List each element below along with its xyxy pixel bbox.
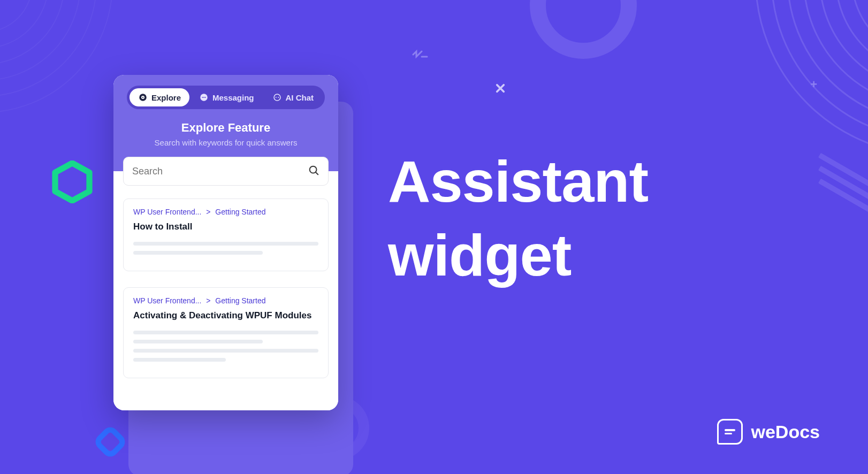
tab-messaging[interactable]: Messaging (191, 88, 263, 106)
svg-point-22 (205, 97, 206, 98)
explore-icon (138, 93, 148, 102)
breadcrumb: WP User Frontend... > Getting Started (133, 208, 318, 216)
svg-point-7 (756, 0, 868, 155)
search-input[interactable] (132, 166, 308, 177)
squiggle-icon (412, 48, 428, 62)
tab-explore-label: Explore (151, 93, 181, 102)
breadcrumb: WP User Frontend... > Getting Started (133, 296, 318, 305)
widget-title: Explore Feature (123, 121, 329, 135)
ai-chat-icon (272, 93, 282, 102)
widget-tabs: Explore Messaging AI Chat (127, 86, 325, 109)
svg-point-9 (0, 0, 48, 48)
svg-point-5 (788, 0, 868, 123)
chevron-right-icon: > (206, 208, 210, 216)
svg-point-11 (0, 0, 80, 80)
hero-title-line-1: Assistant (388, 144, 648, 218)
search-container (113, 157, 338, 186)
tab-explore[interactable]: Explore (130, 88, 189, 106)
svg-point-10 (0, 0, 64, 64)
hero-title: Assistant widget (388, 144, 648, 292)
bg-stripes-right (814, 171, 868, 210)
assistant-widget: Explore Messaging AI Chat Explore Featur… (113, 75, 338, 410)
results-list: WP User Frontend... > Getting Started Ho… (113, 186, 338, 410)
breadcrumb-part-a: WP User Frontend... (133, 296, 201, 305)
svg-point-18 (142, 97, 143, 98)
svg-point-1 (852, 0, 868, 59)
breadcrumb-part-b: Getting Started (215, 208, 265, 216)
chevron-right-icon: > (206, 296, 210, 305)
bg-arc-top-right (718, 0, 868, 193)
svg-point-21 (203, 97, 204, 98)
svg-point-12 (0, 0, 96, 96)
diamond-icon (91, 423, 130, 463)
search-icon (308, 164, 319, 178)
svg-line-27 (316, 172, 318, 175)
widget-header: Explore Messaging AI Chat Explore Featur… (113, 75, 338, 157)
messaging-icon (199, 93, 209, 102)
brand: weDocs (717, 419, 820, 445)
svg-rect-15 (96, 428, 125, 456)
tab-ai-chat-label: AI Chat (286, 93, 314, 102)
brand-name: weDocs (751, 422, 820, 442)
search-box[interactable] (123, 157, 329, 186)
svg-point-23 (274, 94, 280, 101)
svg-point-2 (836, 0, 868, 75)
result-preview-placeholder (133, 242, 318, 255)
svg-point-8 (0, 0, 32, 32)
result-card[interactable]: WP User Frontend... > Getting Started Ho… (123, 198, 329, 271)
breadcrumb-part-a: WP User Frontend... (133, 208, 201, 216)
svg-point-6 (772, 0, 868, 139)
bg-ring-large (530, 0, 637, 59)
widget-subtitle: Search with keywords for quick answers (123, 138, 329, 147)
tab-messaging-label: Messaging (212, 93, 254, 102)
result-preview-placeholder (133, 331, 318, 362)
svg-point-3 (820, 0, 868, 91)
hero-title-line-2: widget (388, 218, 648, 292)
svg-point-13 (0, 0, 112, 112)
svg-point-25 (278, 97, 279, 98)
result-card[interactable]: WP User Frontend... > Getting Started Ac… (123, 287, 329, 378)
svg-point-24 (275, 97, 276, 98)
hexagon-icon (51, 160, 94, 205)
svg-marker-14 (55, 163, 89, 201)
result-title: How to Install (133, 221, 318, 232)
svg-point-20 (202, 97, 203, 98)
result-title: Activating & Deactivating WPUF Modules (133, 310, 318, 321)
x-icon (492, 80, 508, 98)
brand-logo-icon (717, 419, 743, 445)
svg-point-4 (804, 0, 868, 107)
tab-ai-chat[interactable]: AI Chat (264, 88, 323, 106)
breadcrumb-part-b: Getting Started (215, 296, 265, 305)
plus-icon: + (810, 78, 817, 91)
